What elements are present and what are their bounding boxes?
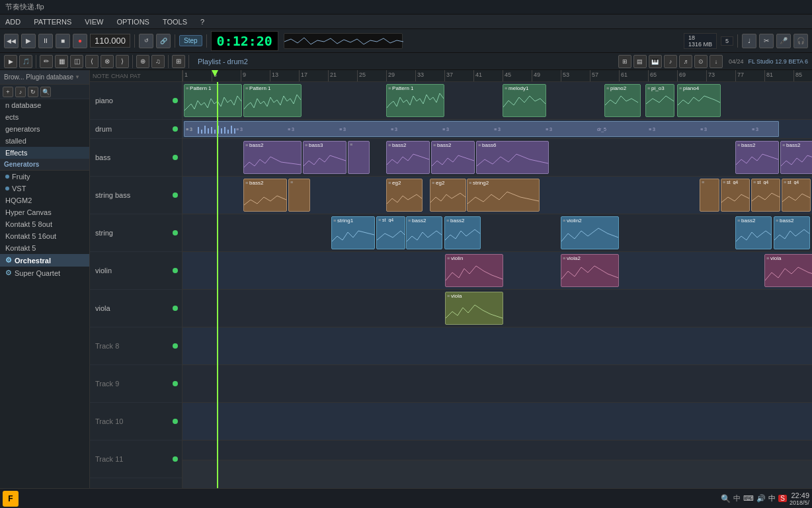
pattern-string-bass2-b[interactable]: ≡bass2 bbox=[444, 216, 481, 249]
play-button[interactable]: ▶ bbox=[21, 34, 36, 48]
mute-tool[interactable]: ⊗ bbox=[101, 55, 114, 68]
select-tool[interactable]: ▦ bbox=[55, 55, 68, 68]
track-mute-dot-10[interactable] bbox=[173, 419, 178, 424]
pattern-sb-eg2-b[interactable]: ≡eg2 bbox=[430, 179, 466, 212]
sidebar-item-hqgm2[interactable]: HQGM2 bbox=[0, 194, 89, 206]
pattern-piano-pattern1-c[interactable]: ≡Pattern 1 bbox=[386, 84, 444, 117]
taskbar-fl-icon[interactable]: F bbox=[3, 491, 19, 507]
pattern-piano-pattern1-a[interactable]: ≡Pattern 1 bbox=[184, 84, 242, 117]
sidebar-item-effects-active[interactable]: Effects bbox=[0, 147, 89, 159]
track-mute-dot-8[interactable] bbox=[173, 343, 178, 349]
bpm-display[interactable]: 110.000 bbox=[90, 34, 130, 48]
nav-arrow-right[interactable]: ▶ bbox=[4, 55, 17, 68]
pattern-string-stg4[interactable]: ≡st_g4 bbox=[376, 216, 405, 249]
stop-button[interactable]: ■ bbox=[56, 34, 70, 48]
pattern-sb-string2[interactable]: ≡string2 bbox=[467, 179, 540, 212]
pattern-string-bass2[interactable]: ≡bass2 bbox=[406, 216, 442, 249]
track-mute-dot-viola[interactable] bbox=[173, 306, 178, 311]
sidebar-speaker-btn[interactable]: ♪ bbox=[15, 87, 26, 97]
pattern-piano-pio3[interactable]: ≡pi_o3 bbox=[645, 84, 674, 117]
rewind-button[interactable]: ◀◀ bbox=[4, 34, 19, 48]
snap-tool[interactable]: ⊞ bbox=[172, 55, 185, 68]
pattern-viola-viola[interactable]: ≡viola bbox=[445, 292, 503, 325]
pattern-bass-bass6[interactable]: ≡bass6 bbox=[476, 141, 549, 174]
sidebar-item-orchestral[interactable]: ⚙ Orchestral bbox=[0, 254, 89, 267]
pattern-sb-small[interactable]: ≡ bbox=[288, 179, 310, 212]
menu-options[interactable]: OPTIONS bbox=[114, 17, 152, 27]
track-mute-dot-11[interactable] bbox=[173, 456, 178, 462]
slice-tool[interactable]: ⟨ bbox=[85, 55, 99, 68]
vol-tool[interactable]: ♫ bbox=[151, 55, 165, 68]
pattern-piano-piano2[interactable]: ≡piano2 bbox=[604, 84, 641, 117]
pattern-sb-stg4-b[interactable]: ≡st_g4 bbox=[751, 179, 780, 212]
pattern-violin-violin[interactable]: ≡violin bbox=[445, 254, 503, 287]
sidebar-item-stalled[interactable]: stalled bbox=[0, 135, 89, 147]
sidebar-item-kontakt5[interactable]: Kontakt 5 bbox=[0, 242, 89, 254]
plug-btn[interactable]: ⊙ bbox=[694, 55, 708, 68]
pattern-string-string1[interactable]: ≡string1 bbox=[331, 216, 375, 249]
sidebar-item-vst[interactable]: VST bbox=[0, 183, 89, 194]
track-mute-dot-string-bass[interactable] bbox=[173, 192, 178, 198]
pattern-bass-bass2-a[interactable]: ≡bass2 bbox=[243, 141, 302, 174]
scissors-button[interactable]: ✂ bbox=[759, 34, 774, 48]
erase-tool[interactable]: ◫ bbox=[70, 55, 83, 68]
piano-btn[interactable]: 🎹 bbox=[649, 55, 662, 68]
pattern-sb-stg4-c[interactable]: ≡st_g4 bbox=[782, 179, 811, 212]
pattern-bass-bass2-b[interactable]: ≡bass2 bbox=[386, 141, 430, 174]
record-button[interactable]: ● bbox=[73, 34, 87, 48]
pattern-piano-melody1[interactable]: ≡melody1 bbox=[503, 84, 546, 117]
sidebar-item-kontakt5-16out[interactable]: Kontakt 5 16out bbox=[0, 230, 89, 242]
zoom-tool[interactable]: ⊕ bbox=[136, 55, 149, 68]
pattern-sb-stg4-a[interactable]: ≡st_g4 bbox=[721, 179, 750, 212]
track-mute-dot-bass[interactable] bbox=[173, 155, 178, 160]
track-mute-dot-9[interactable] bbox=[173, 381, 178, 386]
pattern-string-violin2[interactable]: ≡violin2 bbox=[561, 216, 619, 249]
track-mute-dot-drum[interactable] bbox=[173, 126, 178, 132]
step-label[interactable]: Step bbox=[179, 35, 202, 46]
sidebar-item-super-quartet[interactable]: ⚙ Super Quartet bbox=[0, 267, 89, 279]
sidebar-item-kontakt5-8out[interactable]: Kontakt 5 8out bbox=[0, 218, 89, 230]
pattern-bass-bass2-c[interactable]: ≡bass2 bbox=[431, 141, 475, 174]
sidebar-item-database[interactable]: n database bbox=[0, 99, 89, 111]
metro-button[interactable]: ♩ bbox=[742, 34, 756, 48]
sidebar-item-hyper-canvas[interactable]: Hyper Canvas bbox=[0, 206, 89, 218]
pattern-bass-bass2-e[interactable]: ≡bass2 bbox=[780, 141, 812, 174]
deloop-tool[interactable]: ⟩ bbox=[116, 55, 129, 68]
pattern-string-bass2-c[interactable]: ≡bass2 bbox=[735, 216, 772, 249]
track-mute-dot-violin[interactable] bbox=[173, 268, 178, 273]
grid-btn[interactable]: ⊞ bbox=[618, 55, 631, 68]
pattern-piano-piano4-a[interactable]: ≡piano4 bbox=[677, 84, 721, 117]
pattern-violin-viola[interactable]: ≡viola bbox=[764, 254, 812, 287]
sidebar-item-generators[interactable]: generators bbox=[0, 123, 89, 135]
headphones-button[interactable]: 🎧 bbox=[793, 34, 808, 48]
sidebar-new-btn[interactable]: + bbox=[3, 87, 13, 97]
menu-add[interactable]: ADD bbox=[3, 17, 23, 27]
mic-button[interactable]: 🎤 bbox=[776, 34, 791, 48]
chord-btn[interactable]: ♬ bbox=[679, 55, 692, 68]
pattern-bass-bass2-d[interactable]: ≡bass2 bbox=[735, 141, 779, 174]
export-btn[interactable]: ↓ bbox=[710, 55, 723, 68]
track-mute-dot-piano[interactable] bbox=[173, 98, 178, 103]
pattern-string-bass2-d[interactable]: ≡bass2 bbox=[774, 216, 810, 249]
menu-tools[interactable]: TOOLS bbox=[160, 17, 190, 27]
link-button[interactable]: 🔗 bbox=[156, 34, 171, 48]
pattern-violin-viola2[interactable]: ≡viola2 bbox=[561, 254, 619, 287]
sidebar-refresh-btn[interactable]: ↻ bbox=[28, 87, 38, 97]
headphones-btn[interactable]: 🎵 bbox=[19, 55, 32, 68]
sidebar-header[interactable]: Brow... Plugin database ▼ bbox=[0, 70, 89, 85]
sidebar-search-btn[interactable]: 🔍 bbox=[40, 87, 51, 97]
pattern-drum-main[interactable]: ≡ 3 bbox=[184, 121, 779, 137]
loop-button[interactable]: ↺ bbox=[139, 34, 153, 48]
note-btn[interactable]: ♪ bbox=[664, 55, 677, 68]
pause-button[interactable]: ⏸ bbox=[38, 34, 53, 48]
menu-help[interactable]: ? bbox=[198, 17, 207, 27]
draw-tool[interactable]: ✏ bbox=[40, 55, 53, 68]
pattern-sb-eg2-a[interactable]: ≡eg2 bbox=[386, 179, 423, 212]
sidebar-item-fruity[interactable]: Fruity bbox=[0, 171, 89, 183]
pattern-sb-small2[interactable]: ≡ bbox=[700, 179, 719, 212]
sidebar-item-effects[interactable]: ects bbox=[0, 111, 89, 123]
pattern-btn[interactable]: ▤ bbox=[633, 55, 647, 68]
pattern-bass-bass3[interactable]: ≡bass3 bbox=[303, 141, 346, 174]
track-mute-dot-string[interactable] bbox=[173, 230, 178, 235]
pattern-sb-bass2[interactable]: ≡bass2 bbox=[243, 179, 287, 212]
